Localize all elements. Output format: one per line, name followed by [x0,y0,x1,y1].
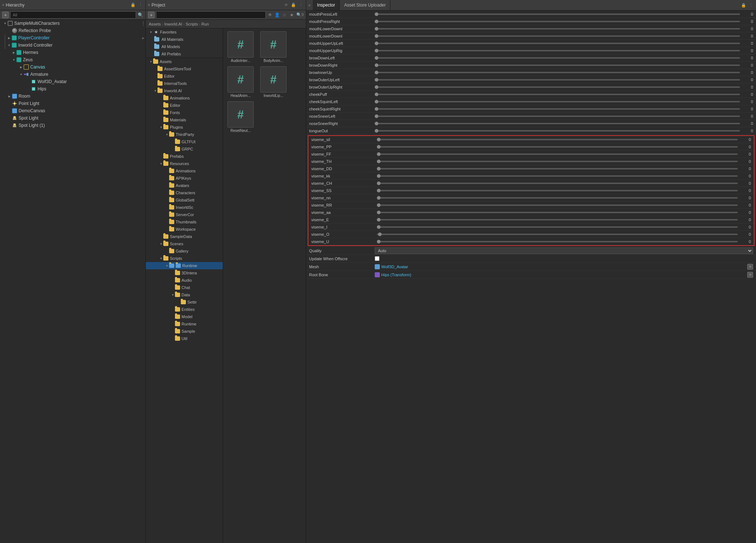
mesh-pick-button[interactable]: ⊙ [747,264,753,270]
slider-noseSneerLeft[interactable] [375,116,740,117]
slider-viseme-i[interactable] [377,226,738,228]
folder-avatars[interactable]: Avatars [146,182,223,189]
hierarchy-item-armature[interactable]: Armature [0,71,145,78]
expand-resources[interactable] [159,161,163,166]
slider-area-viseme-ss[interactable]: 0 [377,188,751,193]
slider-area-viseme-dd[interactable]: 0 [377,167,751,171]
rootbone-pick-button[interactable]: ⊙ [747,272,753,278]
inspector-lock-icon[interactable]: 🔒 [741,2,747,8]
sample-more[interactable]: ⋮ [141,21,145,26]
slider-cheekSquintLeft[interactable] [375,101,740,102]
hierarchy-item-room[interactable]: Room [0,93,145,100]
breadcrumb-runtime[interactable]: Run [202,22,209,26]
folder-assetstoretool[interactable]: AssetStoreTool [146,65,223,73]
hierarchy-search-icon[interactable]: 🔍 [137,12,143,18]
folder-servercor[interactable]: ServerCor [146,211,223,218]
file-item-resetneut[interactable]: # ResetNeut... [226,101,255,133]
slider-viseme-kk[interactable] [377,175,738,177]
slider-area-viseme-u[interactable]: 0 [377,239,751,244]
slider-area-noseSneerLeft[interactable]: 0 [375,114,753,118]
folder-assets[interactable]: Assets [146,58,223,65]
slider-area-mouthupperuprig[interactable]: 0 [375,48,753,53]
expand-scripts[interactable] [159,256,163,261]
slider-mouthpressright[interactable] [375,21,740,22]
folder-materials[interactable]: Materials [146,116,223,124]
slider-viseme-o[interactable] [377,234,738,235]
folder-3dintera[interactable]: 3DIntera [146,269,223,277]
slider-viseme-ch[interactable] [377,183,738,184]
slider-viseme-aa[interactable] [377,212,738,213]
slider-area-mouthupperupleft[interactable]: 0 [375,41,753,46]
folder-inworldsc[interactable]: InworldSc [146,204,223,211]
slider-mouthupperupleft[interactable] [375,43,740,44]
folder-all-materials[interactable]: All Materials [146,36,223,43]
expand-inworldai[interactable] [153,89,157,93]
folder-all-models[interactable]: All Models [146,43,223,50]
slider-area-browInnerUp[interactable]: 0 [375,70,753,75]
folder-settings[interactable]: Settir [146,298,223,306]
hierarchy-item-wolf3d[interactable]: Wolf3D_Avatar [0,78,145,85]
slider-area-cheekPuff[interactable]: 0 [375,92,753,97]
slider-mouthlowerdownl2[interactable] [375,35,740,37]
slider-area-browouterupright[interactable]: 0 [375,85,753,89]
folder-gallery[interactable]: Gallery [146,247,223,255]
folder-model[interactable]: Model [146,313,223,320]
folder-data[interactable]: Data [146,291,223,298]
slider-area-viseme-e[interactable]: 0 [377,218,751,222]
update-when-checkbox[interactable] [375,256,379,261]
hierarchy-item-inworld[interactable]: Inworld Controller [0,42,145,49]
file-item-headanim[interactable]: # HeadAnim... [226,66,255,98]
inspector-more-icon[interactable]: ⋮ [748,2,754,8]
slider-viseme-u[interactable] [377,241,738,242]
folder-runtime[interactable]: Runtime [146,262,223,269]
expand-runtime[interactable] [165,263,169,268]
folder-util[interactable]: Util [146,335,223,342]
slider-area-mouthlowerdownl[interactable]: 0 [375,27,753,31]
folder-scripts[interactable]: Scripts [146,255,223,262]
expand-data[interactable] [171,293,175,297]
folder-thumbnails[interactable]: Thumbnails [146,218,223,226]
slider-cheekSquintRight[interactable] [375,108,740,110]
expand-room[interactable] [7,94,12,98]
slider-browouterupleft[interactable] [375,79,740,81]
folder-editor2[interactable]: Editor [146,102,223,109]
slider-viseme-pp[interactable] [377,146,738,148]
hierarchy-item-zeus[interactable]: Zeus [0,56,145,63]
hierarchy-item-pointlight[interactable]: Point Light [0,100,145,107]
slider-area-viseme-ch[interactable]: 0 [377,181,751,185]
folder-inworldai[interactable]: Inworld.AI [146,87,223,94]
slider-area-viseme-rr[interactable]: 0 [377,203,751,207]
folder-audio[interactable]: Audio [146,277,223,284]
project-person-icon[interactable]: 👤 [274,12,280,18]
expand-favorites[interactable] [149,30,153,34]
slider-area-viseme-i[interactable]: 0 [377,225,751,229]
player-arrow-right[interactable] [141,36,145,40]
hierarchy-item-hermes[interactable]: Hermes [0,49,145,56]
hierarchy-add-button[interactable]: + [2,12,9,18]
folder-fonts[interactable]: Fonts [146,109,223,116]
slider-area-mouthpressright[interactable]: 0 [375,19,753,24]
folder-editor[interactable]: Editor [146,73,223,80]
slider-area-viseme-th[interactable]: 0 [377,159,751,164]
folder-globalsett[interactable]: GlobalSett [146,196,223,204]
folder-favorites[interactable]: ★ Favorites [146,28,223,36]
folder-chat[interactable]: Chat [146,284,223,291]
slider-mouthupperuprig[interactable] [375,50,740,51]
slider-area-mouthlowerdownl2[interactable]: 0 [375,34,753,38]
slider-viseme-e[interactable] [377,219,738,220]
slider-mouthlowerdownl[interactable] [375,28,740,30]
expand-scenes[interactable] [159,242,163,246]
slider-area-viseme-aa[interactable]: 0 [377,210,751,215]
expand-inworld[interactable] [7,43,11,47]
folder-workspace[interactable]: Workspace [146,226,223,233]
folder-resources[interactable]: Resources [146,160,223,167]
slider-area-tongueOut[interactable]: 0 [375,129,753,133]
breadcrumb-assets[interactable]: Assets [149,22,161,26]
slider-area-cheekSquintLeft[interactable]: 0 [375,99,753,104]
slider-viseme-ff[interactable] [377,153,738,155]
hierarchy-item-hips[interactable]: Hips [0,85,145,93]
expand-zeus[interactable] [12,58,16,62]
tab-inspector[interactable]: Inspector [313,0,340,10]
slider-area-viseme-pp[interactable]: 0 [377,145,751,149]
slider-viseme-th[interactable] [377,161,738,162]
